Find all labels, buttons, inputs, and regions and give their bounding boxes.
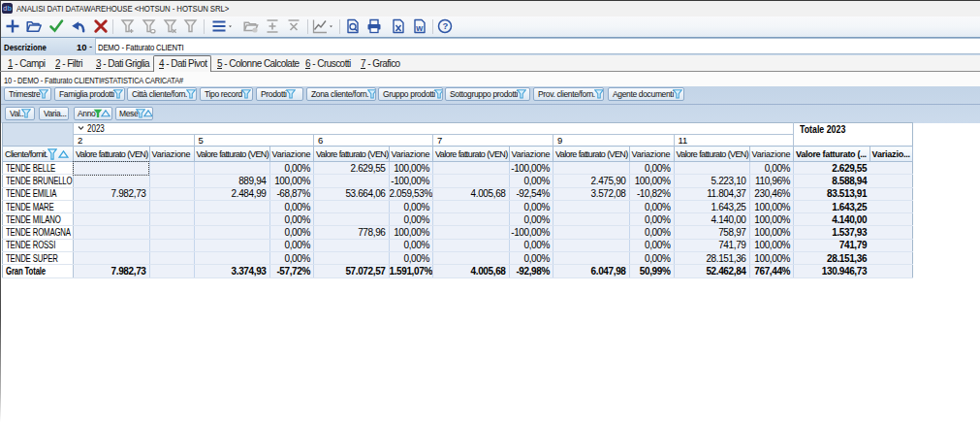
- svg-text:w: w: [415, 23, 424, 33]
- svg-text:b: b: [7, 4, 12, 13]
- svg-text:?: ?: [442, 20, 448, 31]
